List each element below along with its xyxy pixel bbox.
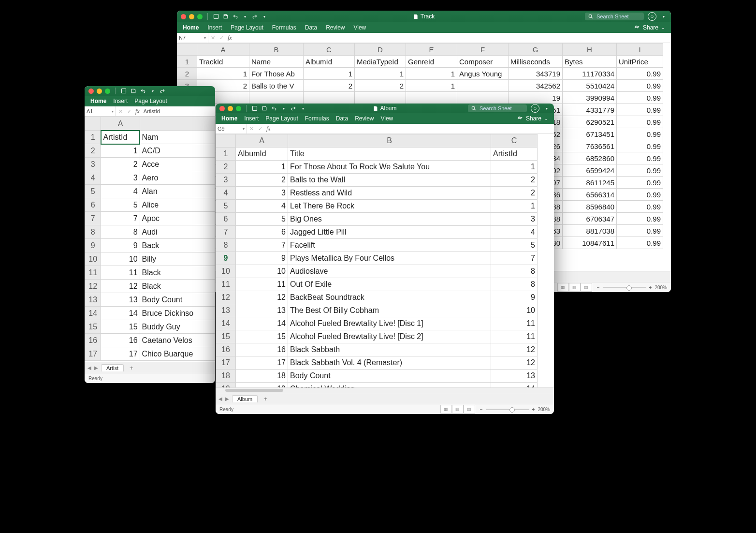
- cell[interactable]: 1: [304, 68, 355, 80]
- row-header[interactable]: 6: [85, 198, 101, 212]
- cell[interactable]: 6: [236, 226, 288, 239]
- cell[interactable]: 11: [491, 330, 538, 343]
- cell[interactable]: 4331779: [563, 104, 617, 116]
- cell[interactable]: 0.99: [617, 152, 663, 164]
- row-header[interactable]: 9: [216, 252, 236, 265]
- row-header[interactable]: 10: [85, 252, 101, 266]
- cell[interactable]: 11: [491, 317, 538, 330]
- name-box[interactable]: A1▾: [85, 106, 116, 116]
- cell[interactable]: Balls to the Wall: [288, 174, 491, 187]
- cell[interactable]: GenreId: [406, 56, 457, 68]
- normal-view-icon[interactable]: ▦: [440, 405, 452, 414]
- row-header[interactable]: 16: [216, 343, 236, 356]
- cell[interactable]: 13: [236, 304, 288, 317]
- column-header[interactable]: D: [355, 44, 406, 56]
- cell[interactable]: 17: [101, 347, 140, 361]
- minimize-icon[interactable]: [228, 106, 233, 111]
- select-all-corner[interactable]: [85, 117, 101, 131]
- titlebar[interactable]: ▾ ▾ Track ☺ ▾: [177, 11, 671, 22]
- cell[interactable]: AlbumId: [236, 148, 288, 161]
- cell[interactable]: 1: [236, 161, 288, 174]
- cell[interactable]: Black: [140, 280, 215, 293]
- spreadsheet-grid[interactable]: A1ArtistIdNam21AC/D32Acce43Aero54Alan65A…: [85, 117, 215, 362]
- select-all-corner[interactable]: [177, 44, 197, 56]
- cell[interactable]: Big Ones: [288, 213, 491, 226]
- chevron-down-icon[interactable]: ▾: [543, 105, 550, 112]
- cell[interactable]: Title: [288, 148, 491, 161]
- tab-page-layout[interactable]: Page Layout: [134, 98, 167, 104]
- cell[interactable]: 8: [491, 265, 538, 278]
- cell[interactable]: 17: [236, 356, 288, 370]
- redo-icon[interactable]: [159, 88, 166, 94]
- minimize-icon[interactable]: [189, 14, 194, 19]
- cell[interactable]: 14: [236, 317, 288, 330]
- cell[interactable]: [304, 92, 355, 104]
- column-header[interactable]: F: [457, 44, 509, 56]
- confirm-icon[interactable]: ✓: [125, 106, 133, 116]
- zoom-slider[interactable]: [486, 409, 529, 410]
- sheet-tab[interactable]: Artist: [101, 364, 124, 371]
- cell[interactable]: Buddy Guy: [140, 320, 215, 334]
- cell[interactable]: Apoc: [140, 212, 215, 225]
- titlebar[interactable]: ▾: [85, 86, 215, 96]
- cell[interactable]: 6852860: [563, 152, 617, 164]
- row-header[interactable]: 4: [85, 171, 101, 185]
- cell[interactable]: 0.99: [617, 104, 663, 116]
- cell[interactable]: 11: [101, 266, 140, 280]
- tab-view[interactable]: View: [353, 24, 366, 31]
- column-header[interactable]: G: [509, 44, 563, 56]
- row-header[interactable]: 5: [216, 200, 236, 213]
- cell[interactable]: [406, 92, 457, 104]
- autosave-icon[interactable]: [251, 105, 258, 112]
- cell[interactable]: 0.99: [617, 92, 663, 104]
- chevron-down-icon[interactable]: ▾: [149, 88, 156, 94]
- cell[interactable]: 1: [197, 68, 249, 80]
- tab-view[interactable]: View: [380, 115, 393, 122]
- cell[interactable]: 342562: [509, 80, 563, 92]
- column-header[interactable]: C: [491, 134, 538, 148]
- cell[interactable]: Alice: [140, 198, 215, 212]
- cell[interactable]: Audi: [140, 225, 215, 239]
- column-header[interactable]: H: [563, 44, 617, 56]
- dropdown-icon[interactable]: ▾: [204, 36, 206, 40]
- cell[interactable]: 2: [236, 174, 288, 187]
- row-header[interactable]: 3: [216, 174, 236, 187]
- tab-review[interactable]: Review: [326, 24, 345, 31]
- tab-formulas[interactable]: Formulas: [272, 24, 296, 31]
- cell[interactable]: TrackId: [197, 56, 249, 68]
- cell[interactable]: Alcohol Fueled Brewtality Live! [Disc 2]: [288, 330, 491, 343]
- tab-home[interactable]: Home: [90, 98, 106, 104]
- cell[interactable]: Acce: [140, 158, 215, 171]
- cell[interactable]: 0.99: [617, 80, 663, 92]
- cell[interactable]: Caetano Velos: [140, 334, 215, 347]
- share-button[interactable]: Share ⌄: [517, 115, 548, 122]
- row-header[interactable]: 7: [216, 226, 236, 239]
- cell[interactable]: BackBeat Soundtrack: [288, 291, 491, 304]
- row-header[interactable]: 8: [216, 239, 236, 252]
- row-header[interactable]: 13: [216, 304, 236, 317]
- cell[interactable]: 6566314: [563, 189, 617, 201]
- fx-icon[interactable]: fx: [133, 108, 142, 115]
- row-header[interactable]: 17: [85, 347, 101, 361]
- cell[interactable]: Aero: [140, 171, 215, 185]
- prev-sheet-icon[interactable]: ◀: [218, 396, 222, 401]
- feedback-icon[interactable]: ☺: [531, 104, 539, 113]
- cell[interactable]: Let There Be Rock: [288, 200, 491, 213]
- column-header[interactable]: I: [617, 44, 663, 56]
- cell[interactable]: 10: [236, 265, 288, 278]
- cell[interactable]: 9: [491, 291, 538, 304]
- close-icon[interactable]: [219, 106, 225, 111]
- cell[interactable]: Bytes: [563, 56, 617, 68]
- cell[interactable]: 4: [236, 200, 288, 213]
- cell[interactable]: 5: [101, 198, 140, 212]
- cell[interactable]: Jagged Little Pill: [288, 226, 491, 239]
- cell[interactable]: ArtistId: [491, 148, 538, 161]
- cell[interactable]: 9: [101, 239, 140, 252]
- search-input[interactable]: [479, 105, 524, 112]
- cancel-icon[interactable]: ✕: [247, 124, 256, 133]
- cell[interactable]: [457, 92, 509, 104]
- cell[interactable]: Composer: [457, 56, 509, 68]
- cell[interactable]: Black Sabbath Vol. 4 (Remaster): [288, 356, 491, 370]
- row-header[interactable]: 10: [216, 265, 236, 278]
- zoom-icon[interactable]: [197, 14, 203, 19]
